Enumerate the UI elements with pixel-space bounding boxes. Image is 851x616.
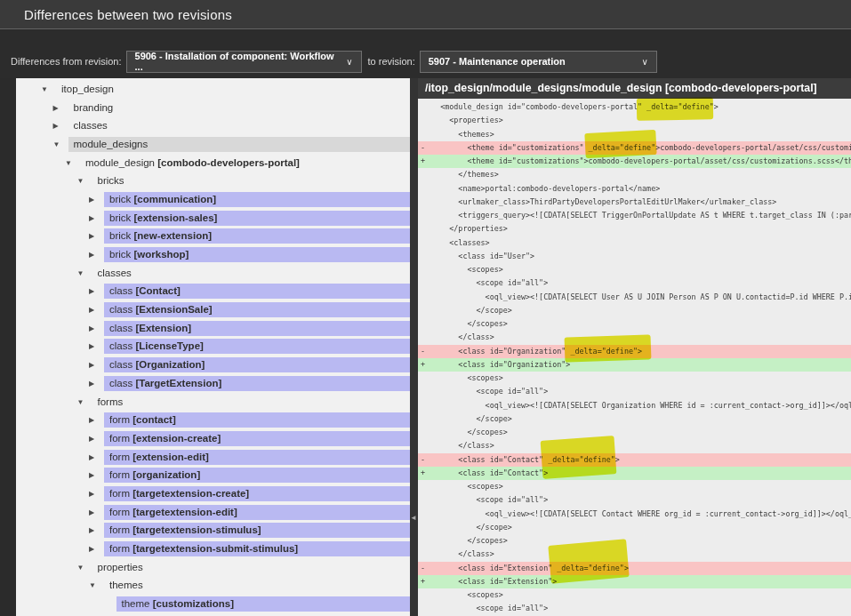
- diff-line-context: <class id="User">: [418, 250, 851, 263]
- diff-line-text: </scopes>: [422, 319, 508, 328]
- tree-node-branding[interactable]: ▶branding: [16, 99, 410, 117]
- diff-line-context: </scopes>: [418, 317, 851, 331]
- diff-line-text: <theme id="customizations" _delta="defin…: [422, 143, 851, 152]
- expanded-arrow-icon[interactable]: ▼: [76, 398, 92, 406]
- from-revision-select[interactable]: 5906 - Installation of component: Workfl…: [126, 51, 362, 73]
- tree-node-label: class [Organization]: [104, 357, 410, 372]
- expanded-arrow-icon[interactable]: ▼: [40, 85, 56, 93]
- tree-node-label: properties: [92, 560, 411, 575]
- collapsed-arrow-icon[interactable]: ▶: [88, 471, 104, 479]
- tree-node-class-Organization[interactable]: ▶class [Organization]: [16, 356, 410, 374]
- diff-line-text: <triggers_query><![CDATA[SELECT TriggerO…: [422, 211, 851, 220]
- diff-line-text: <class id="Contact">: [422, 468, 548, 477]
- diff-line-text: <scopes>: [422, 265, 503, 274]
- expanded-arrow-icon[interactable]: ▼: [76, 177, 92, 185]
- collapsed-arrow-icon[interactable]: ▶: [88, 251, 104, 259]
- diff-line-context: </class>: [418, 548, 851, 561]
- diff-line-removed: - <class id="Organization" _delta="defin…: [418, 345, 851, 358]
- tree-node-class-LicenseType[interactable]: ▶class [LicenseType]: [16, 338, 410, 356]
- tree-node-label: itop_design: [56, 82, 410, 97]
- diff-line-context: <themes>: [418, 128, 851, 141]
- diff-line-text: <classes>: [422, 238, 490, 247]
- tree-node-label: brick [workshop]: [104, 247, 410, 262]
- tree-node-class-ExtensionSale[interactable]: ▶class [ExtensionSale]: [16, 300, 410, 319]
- tree-node-brick-workshop[interactable]: ▶brick [workshop]: [16, 245, 410, 264]
- diff-line-text: <class id="Contact" _delta="define">: [422, 455, 620, 464]
- diff-line-text: </properties>: [422, 224, 508, 233]
- tree-node-label: form [targetextension-create]: [104, 486, 410, 501]
- tree-node-properties[interactable]: ▼properties: [16, 558, 410, 577]
- collapsed-arrow-icon[interactable]: ▶: [88, 526, 104, 534]
- collapsed-arrow-icon[interactable]: ▶: [88, 214, 104, 222]
- tree-node-brick-new-extension[interactable]: ▶brick [new-extension]: [16, 228, 410, 246]
- diff-line-text: <module_design id="combodo-developers-po…: [422, 102, 719, 111]
- collapsed-arrow-icon[interactable]: ▶: [52, 104, 68, 112]
- tree-node-brick-communication[interactable]: ▶brick [communication]: [16, 190, 410, 209]
- tree-node-label: module_design [combodo-developers-portal…: [80, 156, 410, 171]
- collapsed-arrow-icon[interactable]: ▶: [88, 380, 104, 388]
- tree-node-form-targetextension-submit-stimulus[interactable]: ▶form [targetextension-submit-stimulus]: [16, 540, 410, 558]
- diff-line-context: <scopes>: [418, 588, 851, 602]
- tree-node-bricks[interactable]: ▼bricks: [16, 172, 410, 190]
- tree-node-module_design-combodo-developers-portal[interactable]: ▼module_design [combodo-developers-porta…: [16, 154, 410, 172]
- diff-line-context: <name>portal:combodo-developers-portal</…: [418, 182, 851, 196]
- expanded-arrow-icon[interactable]: ▼: [88, 581, 104, 589]
- diff-line-removed: - <class id="Extension" _delta="define">: [418, 562, 851, 575]
- expanded-arrow-icon[interactable]: ▼: [76, 564, 92, 572]
- tree-node-class-Contact[interactable]: ▶class [Contact]: [16, 283, 410, 301]
- collapsed-arrow-icon[interactable]: ▶: [88, 508, 104, 516]
- tree-node-form-contact[interactable]: ▶form [contact]: [16, 411, 410, 429]
- tree-node-classes[interactable]: ▶classes: [16, 116, 410, 135]
- tree-node-form-extension-edit[interactable]: ▶form [extension-edit]: [16, 448, 410, 467]
- collapsed-arrow-icon[interactable]: ▶: [52, 122, 68, 130]
- collapsed-arrow-icon[interactable]: ▶: [88, 324, 104, 332]
- diff-line-context: </properties>: [418, 222, 851, 236]
- diff-line-context: <oql_view><![CDATA[SELECT User AS U JOIN…: [418, 291, 851, 304]
- diff-panel: /itop_design/module_designs/module_desig…: [418, 78, 851, 616]
- tree-node-class-TargetExtension[interactable]: ▶class [TargetExtension]: [16, 374, 410, 393]
- tree-node-class-Extension[interactable]: ▶class [Extension]: [16, 319, 410, 338]
- collapsed-arrow-icon[interactable]: ▶: [88, 490, 104, 498]
- collapsed-arrow-icon[interactable]: ▶: [88, 287, 104, 295]
- expanded-arrow-icon[interactable]: ▼: [52, 140, 68, 148]
- collapsed-arrow-icon[interactable]: ▶: [88, 453, 104, 461]
- tree-node-itop_design[interactable]: ▼itop_design: [16, 80, 410, 99]
- diff-line-context: </scopes>: [418, 426, 851, 439]
- diff-line-context: <urlmaker_class>ThirdPartyDevelopersPort…: [418, 196, 851, 209]
- expanded-arrow-icon[interactable]: ▼: [76, 269, 92, 277]
- tree-node-label: form [extension-edit]: [104, 450, 410, 465]
- collapsed-arrow-icon[interactable]: ▶: [88, 545, 104, 553]
- to-revision-select[interactable]: 5907 - Maintenance operation ∨: [420, 51, 657, 73]
- tree-node-theme-customizations[interactable]: theme [customizations]: [16, 595, 410, 613]
- collapsed-arrow-icon[interactable]: ▶: [88, 435, 104, 443]
- tree-node-form-organization[interactable]: ▶form [organization]: [16, 466, 410, 484]
- diff-line-context: <scope id="all">: [418, 276, 851, 290]
- removed-marker: -: [421, 562, 425, 575]
- tree-node-label: form [targetextension-edit]: [104, 505, 410, 520]
- tree-node-module_designs[interactable]: ▼module_designs: [16, 135, 410, 154]
- tree-node-label: themes: [104, 578, 410, 593]
- tree-node-classes[interactable]: ▼classes: [16, 264, 410, 283]
- tree-node-label: module_designs: [68, 137, 411, 152]
- collapsed-arrow-icon[interactable]: ▶: [88, 416, 104, 424]
- collapsed-arrow-icon[interactable]: ▶: [88, 232, 104, 240]
- diff-line-context: <properties>: [418, 114, 851, 127]
- collapsed-arrow-icon[interactable]: ▶: [88, 342, 104, 350]
- collapsed-arrow-icon[interactable]: ▶: [88, 196, 104, 204]
- tree-node-form-targetextension-stimulus[interactable]: ▶form [targetextension-stimulus]: [16, 522, 410, 540]
- diff-line-context: <oql_view><![CDATA[SELECT Organization W…: [418, 399, 851, 412]
- collapsed-arrow-icon[interactable]: ▶: [88, 361, 104, 369]
- tree-node-form-extension-create[interactable]: ▶form [extension-create]: [16, 429, 410, 448]
- tree-node-form-targetextension-create[interactable]: ▶form [targetextension-create]: [16, 484, 410, 503]
- tree-node-brick-extension-sales[interactable]: ▶brick [extension-sales]: [16, 209, 410, 228]
- tree-node-themes[interactable]: ▼themes: [16, 577, 410, 596]
- title-bar: Differences between two revisions: [0, 0, 851, 29]
- expanded-arrow-icon[interactable]: ▼: [64, 159, 80, 167]
- collapsed-arrow-icon[interactable]: ▶: [88, 306, 104, 314]
- tree-node-form-targetextension-edit[interactable]: ▶form [targetextension-edit]: [16, 503, 410, 522]
- tree-node-label: forms: [92, 395, 411, 410]
- diff-line-text: <urlmaker_class>ThirdPartyDevelopersPort…: [422, 197, 776, 206]
- diff-line-context: </scopes>: [418, 534, 851, 548]
- panel-splitter[interactable]: ◄: [410, 78, 418, 616]
- tree-node-forms[interactable]: ▼forms: [16, 393, 410, 412]
